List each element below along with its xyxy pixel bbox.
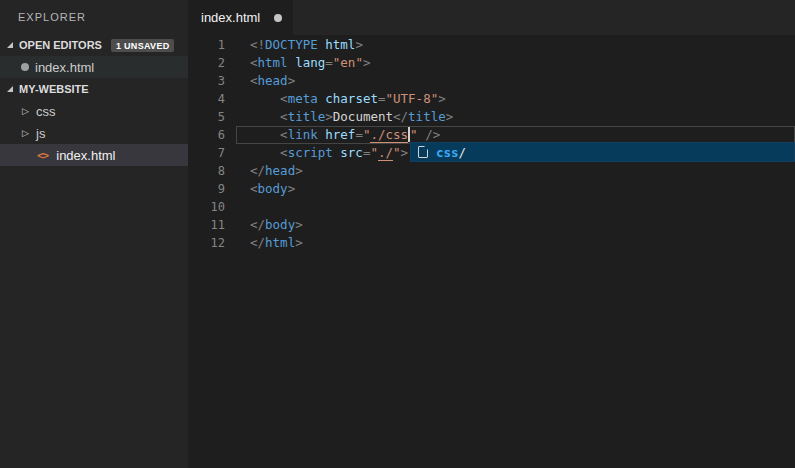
tree-item-css-folder[interactable]: ▷ css [0, 100, 188, 122]
code-token: href [318, 127, 356, 142]
line-number: 10 [188, 198, 236, 216]
workspace-label: MY-WEBSITE [19, 83, 89, 95]
code-line-8[interactable]: 8</head> [188, 162, 795, 180]
suggest-widget: css/ [410, 142, 795, 162]
code-token: = [325, 55, 333, 70]
tab-bar: index.html [188, 0, 795, 35]
folder-label: css [36, 104, 56, 119]
line-content: <meta charset="UTF-8"> [236, 90, 795, 108]
tab-dirty-dot-icon[interactable] [274, 14, 282, 22]
line-number: 8 [188, 162, 236, 180]
editor-group: index.html 1<!DOCTYPE html>2<html lang="… [188, 0, 795, 468]
twisty-expanded-icon[interactable] [7, 86, 13, 92]
code-token: < [250, 145, 288, 160]
line-content: </html> [236, 234, 795, 252]
code-token: < [250, 127, 288, 142]
line-content: <!DOCTYPE html> [236, 36, 795, 54]
dirty-dot-icon [21, 63, 29, 71]
line-content: <title>Document</title> [236, 108, 795, 126]
code-token: < [250, 181, 258, 196]
code-token: src [333, 145, 363, 160]
code-line-12[interactable]: 12</html> [188, 234, 795, 252]
line-content: </head> [236, 162, 795, 180]
code-token: < [250, 55, 258, 70]
line-content [236, 198, 795, 216]
code-token: > [438, 91, 446, 106]
code-token: ./css [370, 127, 408, 143]
code-token: > [446, 109, 454, 124]
code-token: < [250, 91, 288, 106]
code-token: ./ [378, 145, 393, 161]
chevron-right-icon[interactable]: ▷ [22, 128, 34, 138]
code-token: > [295, 163, 303, 178]
line-content: <body> [236, 180, 795, 198]
code-line-3[interactable]: 3<head> [188, 72, 795, 90]
line-content: </body> [236, 216, 795, 234]
code-line-5[interactable]: 5 <title>Document</title> [188, 108, 795, 126]
code-token: </ [250, 163, 265, 178]
code-token: title [288, 109, 326, 124]
code-token: > [363, 55, 371, 70]
code-token: > [401, 145, 409, 160]
code-token: = [378, 91, 386, 106]
code-line-1[interactable]: 1<!DOCTYPE html> [188, 36, 795, 54]
code-token: html [258, 55, 288, 70]
folder-label: js [36, 126, 45, 141]
open-editor-item-index-html[interactable]: index.html [0, 56, 188, 78]
explorer-sidebar: EXPLORER OPEN EDITORS 1 UNSAVED index.ht… [0, 0, 188, 468]
line-number: 3 [188, 72, 236, 90]
suggest-item-css[interactable]: css/ [411, 143, 794, 161]
twisty-expanded-icon[interactable] [7, 42, 13, 48]
code-line-10[interactable]: 10 [188, 198, 795, 216]
code-token: > [288, 181, 296, 196]
code-line-2[interactable]: 2<html lang="en"> [188, 54, 795, 72]
tab-index-html[interactable]: index.html [188, 0, 293, 35]
open-editors-label: OPEN EDITORS [19, 39, 102, 51]
code-line-11[interactable]: 11</body> [188, 216, 795, 234]
html-file-icon: <> [37, 149, 48, 162]
code-token: > [295, 235, 303, 250]
vscode-window: EXPLORER OPEN EDITORS 1 UNSAVED index.ht… [0, 0, 795, 468]
code-token: /> [418, 127, 441, 142]
code-line-4[interactable]: 4 <meta charset="UTF-8"> [188, 90, 795, 108]
line-number: 5 [188, 108, 236, 126]
open-editors-section-header[interactable]: OPEN EDITORS 1 UNSAVED [0, 34, 188, 56]
code-token: </ [393, 109, 408, 124]
tree-item-js-folder[interactable]: ▷ js [0, 122, 188, 144]
code-token: title [408, 109, 446, 124]
code-token: head [258, 73, 288, 88]
line-number: 2 [188, 54, 236, 72]
line-number: 4 [188, 90, 236, 108]
code-editor[interactable]: 1<!DOCTYPE html>2<html lang="en">3<head>… [188, 35, 795, 468]
code-token: " [410, 127, 418, 142]
code-token: </ [250, 235, 265, 250]
code-line-9[interactable]: 9<body> [188, 180, 795, 198]
code-token: "en" [333, 55, 363, 70]
workspace-section-header[interactable]: MY-WEBSITE [0, 78, 188, 100]
code-token: body [258, 181, 288, 196]
line-number: 9 [188, 180, 236, 198]
code-token: < [250, 73, 258, 88]
code-token: > [288, 73, 296, 88]
file-label: index.html [56, 148, 115, 163]
code-token: script [288, 145, 333, 160]
line-content: <head> [236, 72, 795, 90]
chevron-right-icon[interactable]: ▷ [22, 106, 34, 116]
sidebar-title: EXPLORER [0, 0, 188, 34]
line-number: 12 [188, 234, 236, 252]
code-token: > [325, 109, 333, 124]
code-token: = [355, 127, 363, 142]
line-number: 1 [188, 36, 236, 54]
code-token: lang [288, 55, 326, 70]
line-number: 6 [188, 126, 236, 144]
code-token: head [265, 163, 295, 178]
code-token: > [295, 217, 303, 232]
unsaved-count-badge: 1 UNSAVED [111, 39, 175, 52]
code-token: meta [288, 91, 318, 106]
tree-item-index-html[interactable]: <> index.html [0, 144, 188, 166]
code-token: <! [250, 37, 265, 52]
suggest-label: css/ [436, 145, 466, 160]
code-token: > [355, 37, 363, 52]
open-editor-file-label: index.html [35, 60, 94, 75]
code-token: charset [318, 91, 378, 106]
